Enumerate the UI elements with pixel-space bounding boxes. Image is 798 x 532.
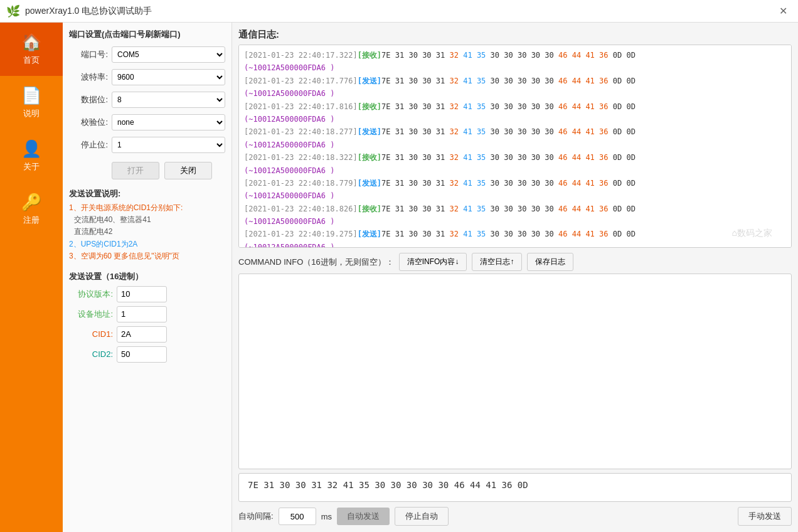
sidebar-item-docs[interactable]: 📄 说明 bbox=[0, 76, 63, 129]
sidebar-label-home: 首页 bbox=[23, 55, 40, 66]
device-addr-label: 设备地址: bbox=[69, 309, 113, 320]
hex-byte: 31 bbox=[395, 205, 404, 213]
log-decoded: (~10012A500000FDA6 ) bbox=[244, 115, 335, 124]
log-timestamp: [2021-01-23 22:40:17.816] bbox=[244, 102, 358, 111]
hex-byte: 46 bbox=[558, 230, 567, 238]
port-number-row: 端口号: COM5 COM1 COM2 COM3 COM4 bbox=[69, 46, 225, 63]
log-timestamp: [2021-01-23 22:40:17.776] bbox=[244, 77, 358, 85]
hex-byte: 41 bbox=[585, 102, 594, 111]
hex-byte: 30 bbox=[545, 205, 553, 213]
hex-byte: 31 bbox=[436, 102, 445, 111]
cmd-input[interactable] bbox=[238, 274, 792, 469]
hex-byte: 36 bbox=[599, 179, 608, 188]
hex-byte: 7E bbox=[381, 51, 390, 60]
save-log-button[interactable]: 保存日志 bbox=[527, 253, 573, 271]
hex-byte: 32 bbox=[450, 205, 459, 213]
hex-byte: 30 bbox=[545, 102, 553, 111]
sidebar-item-about[interactable]: 👤 关于 bbox=[0, 129, 63, 183]
clear-log-button[interactable]: 清空日志↑ bbox=[472, 253, 522, 271]
protocol-input[interactable] bbox=[117, 286, 167, 302]
hex-byte: 32 bbox=[450, 51, 459, 60]
hex-byte: 30 bbox=[531, 77, 540, 85]
close-port-button[interactable]: 关闭 bbox=[164, 162, 212, 179]
hex-byte: 30 bbox=[545, 230, 553, 238]
hex-byte: 41 bbox=[585, 77, 594, 85]
hex-byte: 36 bbox=[599, 77, 608, 85]
log-entry: [2021-01-23 22:40:18.322][接收]7E 31 30 30… bbox=[244, 151, 786, 177]
log-entry: [2021-01-23 22:40:17.322][接收]7E 31 30 30… bbox=[244, 49, 786, 75]
hex-byte: 30 bbox=[531, 205, 540, 213]
comm-log-title: 通信日志: bbox=[238, 29, 792, 41]
log-decoded: (~10012A500000FDA6 ) bbox=[244, 166, 335, 175]
hex-byte: 36 bbox=[599, 230, 608, 238]
log-decoded: (~10012A500000FDA6 ) bbox=[244, 63, 335, 72]
hex-byte: 0D bbox=[613, 102, 622, 111]
sidebar-label-register: 注册 bbox=[23, 215, 40, 226]
hex-byte: 30 bbox=[518, 102, 526, 111]
parity-select[interactable]: none even odd bbox=[112, 114, 225, 130]
interval-input[interactable] bbox=[279, 508, 316, 525]
data-bits-select[interactable]: 8 7 6 bbox=[112, 92, 225, 108]
port-btn-row: 打开 关闭 bbox=[112, 162, 225, 179]
hex-byte: 30 bbox=[504, 102, 513, 111]
clear-info-button[interactable]: 清空INFO内容↓ bbox=[399, 253, 467, 271]
hex-byte: 31 bbox=[436, 127, 445, 136]
cmd-info-label: COMMAND INFO（16进制，无则留空）： bbox=[238, 257, 394, 268]
hex-byte: 44 bbox=[572, 179, 581, 188]
right-panel: 通信日志: [2021-01-23 22:40:17.322][接收]7E 31… bbox=[232, 23, 798, 532]
port-number-select[interactable]: COM5 COM1 COM2 COM3 COM4 bbox=[112, 46, 225, 63]
hex-byte: 30 bbox=[422, 51, 431, 60]
log-type: [发送] bbox=[358, 230, 381, 238]
hex-byte: 30 bbox=[518, 179, 526, 188]
cid1-input[interactable] bbox=[117, 326, 167, 343]
hex-byte: 30 bbox=[518, 77, 526, 85]
send-desc-title: 发送设置说明: bbox=[69, 188, 225, 200]
sidebar-item-register[interactable]: 🔑 注册 bbox=[0, 183, 63, 236]
stop-bits-select[interactable]: 1 2 bbox=[112, 137, 225, 153]
hex-byte: 30 bbox=[504, 51, 513, 60]
cid2-label: CID2: bbox=[69, 349, 113, 359]
open-port-button[interactable]: 打开 bbox=[112, 162, 159, 179]
hex-byte: 41 bbox=[463, 51, 472, 60]
hex-byte: 30 bbox=[422, 179, 431, 188]
auto-send-button[interactable]: 自动发送 bbox=[337, 508, 390, 525]
sidebar-label-docs: 说明 bbox=[23, 108, 40, 119]
log-type: [接收] bbox=[358, 205, 381, 213]
hex-byte: 30 bbox=[531, 51, 540, 60]
hex-byte: 0D bbox=[613, 51, 622, 60]
device-addr-input[interactable] bbox=[117, 306, 167, 322]
hex-byte: 31 bbox=[436, 205, 445, 213]
about-icon: 👤 bbox=[21, 139, 41, 159]
hex-byte: 36 bbox=[599, 51, 608, 60]
log-area[interactable]: [2021-01-23 22:40:17.322][接收]7E 31 30 30… bbox=[238, 45, 792, 248]
hex-byte: 31 bbox=[395, 51, 404, 60]
hex-byte: 7E bbox=[381, 127, 390, 136]
hex-byte: 31 bbox=[436, 77, 445, 85]
hex-byte: 30 bbox=[422, 77, 431, 85]
hex-byte: 0D bbox=[613, 179, 622, 188]
docs-icon: 📄 bbox=[21, 86, 41, 105]
log-entry: [2021-01-23 22:40:19.275][发送]7E 31 30 30… bbox=[244, 228, 786, 248]
log-type: [发送] bbox=[358, 127, 381, 136]
baud-rate-label: 波特率: bbox=[69, 72, 108, 83]
hex-byte: 30 bbox=[545, 153, 553, 162]
parity-label: 校验位: bbox=[69, 117, 108, 128]
hex-byte: 7E bbox=[381, 205, 390, 213]
hex-byte: 30 bbox=[408, 179, 417, 188]
stop-auto-button[interactable]: 停止自动 bbox=[395, 507, 449, 526]
baud-rate-select[interactable]: 9600 115200 19200 38400 bbox=[112, 69, 225, 85]
close-button[interactable]: ✕ bbox=[774, 3, 792, 20]
hex-byte: 0D bbox=[613, 205, 622, 213]
hex-byte: 41 bbox=[463, 230, 472, 238]
log-entry: [2021-01-23 22:40:17.776][发送]7E 31 30 30… bbox=[244, 75, 786, 100]
cid2-input[interactable] bbox=[117, 346, 167, 363]
hex-byte: 32 bbox=[450, 230, 459, 238]
hex-byte: 35 bbox=[477, 205, 486, 213]
hex-display: 7E 31 30 30 31 32 41 35 30 30 30 30 30 4… bbox=[238, 473, 792, 502]
hex-byte: 30 bbox=[408, 127, 417, 136]
hex-byte: 7E bbox=[381, 153, 390, 162]
sidebar-item-home[interactable]: 🏠 首页 bbox=[0, 23, 63, 76]
register-icon: 🔑 bbox=[21, 193, 41, 212]
hex-byte: 41 bbox=[463, 127, 472, 136]
manual-send-button[interactable]: 手动发送 bbox=[738, 507, 792, 526]
